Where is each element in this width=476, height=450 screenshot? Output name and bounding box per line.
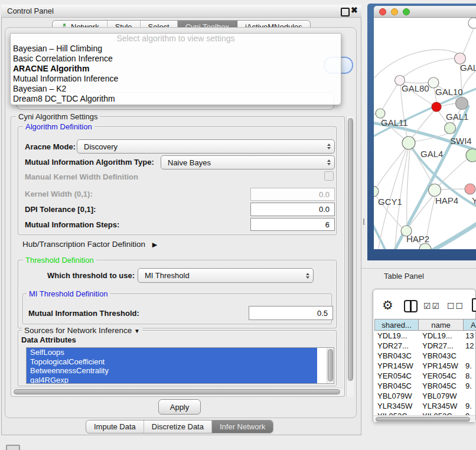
network-node[interactable] (465, 184, 475, 194)
settings-vertical-scrollbar[interactable] (346, 116, 354, 397)
attribute-option[interactable]: gal4RGexp (27, 376, 317, 384)
control-panel-titlebar[interactable]: Control Panel (1, 5, 361, 18)
mi-steps-input[interactable]: 6 (250, 218, 335, 231)
table-row[interactable]: YDR27...YDR27...12 (374, 341, 476, 351)
algorithm-option[interactable]: Dream8 DC_TDC Algorithm (11, 94, 341, 104)
which-threshold-label: Which threshold to use: (35, 271, 135, 280)
export-table-icon[interactable] (472, 298, 476, 312)
network-node[interactable] (402, 136, 415, 149)
table-cell: 9. (464, 381, 476, 390)
table-row[interactable]: YPR145WYPR145W9. (374, 361, 476, 371)
attribute-list-scrollbar[interactable] (327, 348, 334, 383)
column-header-label: shared... (382, 321, 412, 330)
tab-infer-network[interactable]: Infer Network (212, 420, 273, 433)
mi-steps-label: Mutual Information Steps: (25, 220, 119, 229)
kernel-width-input[interactable]: 0.0 (250, 188, 335, 201)
mi-algorithm-type-label: Mutual Information Algorithm Type: (25, 158, 154, 167)
network-node[interactable] (468, 18, 476, 28)
mac-minimize-icon[interactable] (391, 8, 398, 15)
table-cell: YLR345W (419, 402, 464, 410)
table-row[interactable]: YER054CYER054C8. (374, 371, 476, 381)
apply-button[interactable]: Apply (158, 399, 201, 415)
algorithm-option[interactable]: ARACNE Algorithm (11, 64, 341, 74)
mac-zoom-icon[interactable] (403, 8, 410, 15)
stepper-icon (306, 273, 309, 279)
table-horizontal-scrollbar[interactable] (374, 415, 475, 422)
column-header-label: name (431, 321, 451, 330)
algorithm-option[interactable]: Bayesian – Hill Climbing (11, 44, 341, 54)
network-edge (374, 219, 388, 249)
column-header-name[interactable]: name (419, 319, 464, 331)
manual-kernel-width-checkbox[interactable] (324, 171, 334, 181)
hub-definition-toggle[interactable]: Hub/Transcription Factor Definition ▶ (22, 240, 157, 249)
gear-icon[interactable]: ⚙ (382, 298, 393, 312)
data-attributes-list[interactable]: SelfLoopsTopologicalCoefficientBetweenne… (26, 347, 334, 384)
aracne-mode-select[interactable]: Discovery (77, 139, 335, 154)
network-window-titlebar[interactable] (374, 6, 476, 18)
tab-impute-data[interactable]: Impute Data (86, 420, 144, 433)
node-label: GAL1 (446, 112, 468, 122)
table-panel-divider (361, 268, 476, 269)
sources-group-title[interactable]: Sources for Network Inference ▼ (22, 326, 142, 335)
attribute-option[interactable]: SelfLoops (27, 348, 317, 357)
deselect-all-checks-icon[interactable]: ☐☐ (447, 301, 464, 311)
tab-impute-data-label: Impute Data (94, 422, 136, 431)
network-node[interactable] (374, 186, 379, 197)
node-label: GAL10 (435, 87, 463, 97)
network-node[interactable] (456, 97, 468, 110)
cyni-algorithm-settings-title: Cyni Algorithm Settings (16, 112, 100, 121)
table-row[interactable]: YDL19...YDL19...13 (374, 331, 476, 341)
screen: Control Panel ✖ Network Style Select Cy (0, 0, 476, 450)
table-cell: YPR145W (374, 361, 419, 370)
column-header-partial[interactable]: A (464, 319, 476, 331)
mi-threshold-definition-title: MI Threshold Definition (27, 289, 110, 298)
node-label: Y (472, 195, 476, 206)
mac-close-icon[interactable] (379, 8, 386, 15)
tab-discretize-data[interactable]: Discretize Data (144, 420, 212, 433)
mi-algorithm-type-select[interactable]: Naive Bayes (161, 155, 335, 169)
network-node[interactable] (445, 123, 456, 134)
table-row[interactable]: YBR043CYBR043C (374, 351, 476, 361)
table-cell: YDL19... (374, 331, 419, 340)
collapsed-panel-icon[interactable] (6, 445, 20, 450)
algorithm-option[interactable]: Basic Correlation Inference (11, 54, 341, 64)
network-node[interactable] (466, 149, 476, 162)
float-window-icon[interactable] (341, 8, 350, 17)
network-canvas[interactable]: GALGAL80GAL10GAL1GAL11GAL4SWI4GCY1HAP4YH… (374, 18, 476, 249)
settings-horizontal-scrollbar[interactable] (12, 387, 344, 395)
network-graph[interactable]: GALGAL80GAL10GAL1GAL11GAL4SWI4GCY1HAP4YH… (374, 18, 476, 249)
table-row[interactable]: YBR045CYBR045C9. (374, 381, 476, 391)
table-cell: 8. (464, 371, 476, 380)
attribute-option[interactable]: TopologicalCoefficient (27, 357, 317, 367)
tab-infer-network-label: Infer Network (220, 422, 265, 431)
column-header-shared-name[interactable]: shared... (374, 319, 419, 331)
algorithm-option[interactable]: Mutual Information Inference (11, 74, 341, 84)
table-cell: YBR043C (419, 351, 464, 360)
network-node[interactable] (432, 102, 441, 112)
table-cell: 12 (464, 341, 476, 350)
table-cell: 9. (464, 402, 476, 410)
table-cell: YDR27... (419, 341, 464, 350)
split-columns-icon[interactable] (404, 300, 418, 312)
select-all-checks-icon[interactable]: ☑☑ (423, 301, 441, 311)
close-icon[interactable]: ✖ (351, 5, 358, 15)
expand-right-icon: ▶ (152, 241, 157, 248)
algorithm-option[interactable]: Bayesian – K2 (11, 84, 341, 94)
table-cell: YBL079W (419, 392, 464, 400)
node-label: GAL4 (420, 149, 443, 159)
network-node[interactable] (419, 243, 431, 249)
table-row[interactable]: YIL052CYIL052C9. (374, 411, 476, 415)
table-cell: YER054C (419, 371, 464, 380)
which-threshold-select[interactable]: MI Threshold (138, 268, 314, 283)
table-cell: YBR043C (374, 351, 419, 360)
dpi-tolerance-value: 0.0 (319, 205, 330, 214)
mi-threshold-input[interactable]: 0.5 (249, 306, 333, 320)
algorithm-dropdown-popup: Select algorithm to view settings Bayesi… (10, 33, 341, 105)
cyni-mode-tabs: Impute Data Discretize Data Infer Networ… (86, 420, 273, 433)
table-row[interactable]: YLR345WYLR345W9. (374, 401, 476, 411)
attribute-option[interactable]: BetweennessCentrality (27, 366, 317, 376)
network-node[interactable] (429, 184, 441, 197)
table-row[interactable]: YBL079WYBL079W (374, 391, 476, 401)
network-node[interactable] (376, 109, 385, 118)
dpi-tolerance-input[interactable]: 0.0 (250, 203, 335, 216)
